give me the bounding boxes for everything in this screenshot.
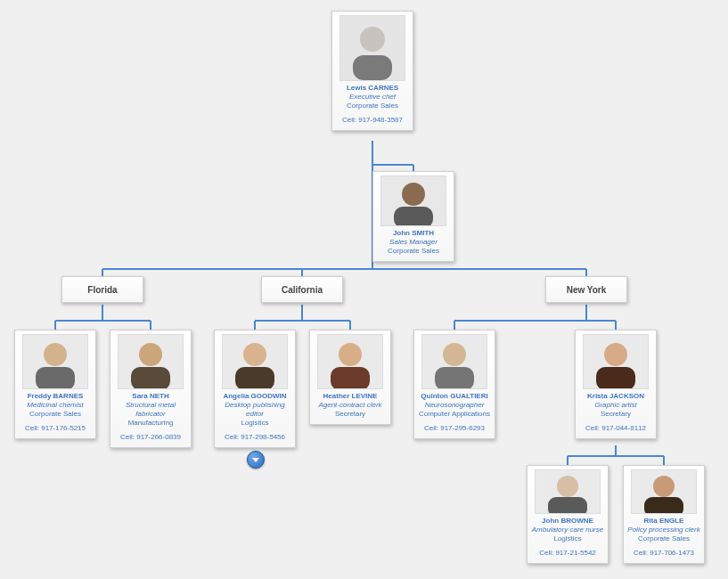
person-dept: Secretary	[577, 410, 654, 419]
person-cell: Cell: 917-298-5456	[217, 433, 293, 442]
svg-point-28	[402, 183, 425, 206]
person-cell: Cell: 917-266-0839	[112, 433, 189, 442]
person-title: Graphic artist	[577, 401, 654, 410]
svg-rect-50	[548, 497, 587, 513]
person-dept: Computer Applications	[416, 410, 493, 419]
person-card-krista-child-1[interactable]: John BROWNE Ambulatory care nurse Logist…	[527, 465, 609, 564]
person-title: Agent-contract clerk	[312, 401, 389, 410]
person-title: Executive chef	[334, 93, 411, 102]
person-dept: Corporate Sales	[17, 410, 94, 419]
person-card-florida-2[interactable]: Sara NETH Structural metal fabricator Ma…	[110, 330, 192, 448]
person-name: Rita ENGLE	[626, 517, 702, 526]
person-cell: Cell: 917-044-8112	[577, 424, 654, 433]
person-card-california-1[interactable]: Angelia GOODWIN Desktop publishing edito…	[214, 330, 296, 448]
person-name: John BROWNE	[529, 517, 606, 526]
person-name: Angelia GOODWIN	[217, 392, 293, 401]
person-dept: Corporate Sales	[626, 534, 702, 543]
avatar	[118, 334, 184, 389]
svg-point-40	[339, 343, 362, 366]
person-title: Structural metal fabricator	[112, 401, 189, 419]
svg-rect-53	[644, 497, 683, 513]
person-name: Krista JACKSON	[577, 392, 654, 401]
person-title: Desktop publishing editor	[217, 401, 293, 419]
org-chart: Lewis CARNES Executive chef Corporate Sa…	[0, 0, 728, 579]
person-title: Ambulatory care nurse	[529, 526, 606, 534]
avatar	[222, 334, 288, 389]
person-name: Freddy BARNES	[17, 392, 94, 401]
person-name: Quinton GUALTIERI	[416, 392, 493, 401]
person-title: Medicinal chemist	[17, 401, 94, 410]
person-dept: Logistics	[217, 419, 293, 428]
person-title: Policy processing clerk	[626, 526, 702, 534]
person-card-california-2[interactable]: Heather LEVINE Agent-contract clerk Secr…	[309, 330, 391, 425]
expand-button[interactable]	[247, 451, 265, 469]
svg-point-49	[557, 476, 578, 497]
person-name: Lewis CARNES	[334, 84, 411, 93]
avatar	[631, 469, 697, 514]
person-title: Neurosonographer	[416, 401, 493, 410]
person-cell: Cell: 917-21-5542	[529, 549, 606, 558]
svg-point-52	[653, 476, 675, 497]
region-newyork[interactable]: New York	[545, 276, 627, 303]
person-cell: Cell: 917-295-6293	[416, 424, 493, 433]
person-title: Sales Manager	[375, 238, 452, 247]
avatar	[421, 334, 487, 389]
svg-rect-38	[235, 367, 274, 388]
avatar	[317, 334, 383, 389]
svg-point-46	[604, 343, 627, 366]
person-card-manager[interactable]: John SMITH Sales Manager Corporate Sales	[372, 171, 454, 262]
person-name: Sara NETH	[112, 392, 189, 401]
avatar	[583, 334, 649, 389]
person-card-newyork-2[interactable]: Krista JACKSON Graphic artist Secretary …	[575, 330, 657, 439]
svg-rect-26	[353, 55, 392, 80]
person-card-krista-child-2[interactable]: Rita ENGLE Policy processing clerk Corpo…	[623, 465, 705, 564]
svg-point-31	[44, 343, 67, 366]
person-dept: Secretary	[312, 410, 389, 419]
svg-rect-47	[596, 367, 635, 388]
svg-rect-44	[435, 367, 474, 388]
svg-point-34	[139, 343, 162, 366]
person-cell: Cell: 917-176-5215	[17, 424, 94, 433]
avatar	[380, 175, 446, 226]
person-dept: Logistics	[529, 534, 606, 543]
svg-rect-41	[331, 367, 370, 388]
person-cell: Cell: 917-706-1473	[626, 549, 702, 558]
svg-rect-29	[394, 207, 433, 225]
svg-point-43	[443, 343, 466, 366]
person-name: John SMITH	[375, 229, 452, 238]
region-florida[interactable]: Florida	[61, 276, 143, 303]
avatar	[22, 334, 88, 389]
person-name: Heather LEVINE	[312, 392, 389, 401]
person-card-florida-1[interactable]: Freddy BARNES Medicinal chemist Corporat…	[14, 330, 96, 439]
avatar	[339, 15, 405, 81]
avatar	[535, 469, 601, 514]
svg-point-37	[243, 343, 266, 366]
svg-point-25	[360, 27, 385, 52]
svg-rect-32	[36, 367, 75, 388]
svg-rect-35	[131, 367, 170, 388]
person-card-newyork-1[interactable]: Quinton GUALTIERI Neurosonographer Compu…	[413, 330, 495, 439]
person-card-root[interactable]: Lewis CARNES Executive chef Corporate Sa…	[331, 11, 413, 131]
region-california[interactable]: California	[261, 276, 343, 303]
person-dept: Manufacturing	[112, 419, 189, 428]
person-dept: Corporate Sales	[334, 102, 411, 110]
person-cell: Cell: 917-948-3587	[334, 116, 411, 125]
person-dept: Corporate Sales	[375, 247, 452, 256]
